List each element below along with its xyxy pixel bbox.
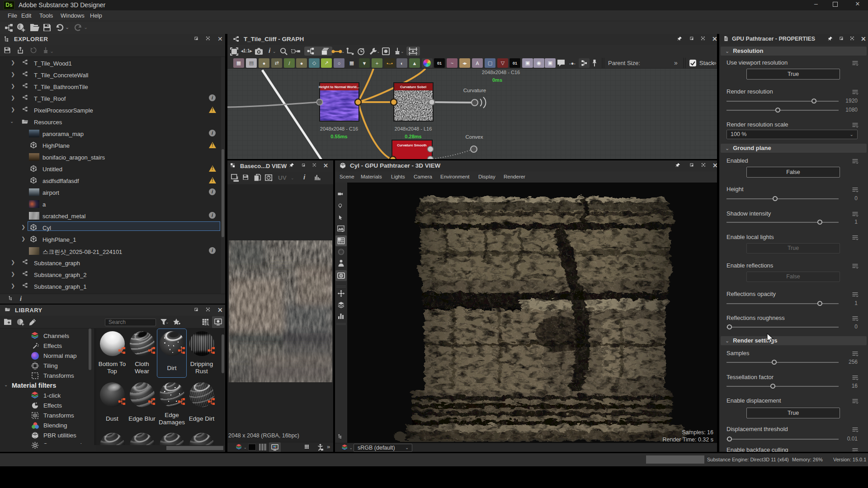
svg-text:Curvature Sobel: Curvature Sobel (400, 85, 426, 89)
svg-text:0ms: 0ms (492, 77, 502, 83)
svg-text:Convex: Convex (466, 134, 483, 140)
svg-text:Height to Normal World...: Height to Normal World... (319, 85, 359, 89)
svg-text:2048x2048 - C16: 2048x2048 - C16 (482, 70, 520, 75)
svg-text:2048x2048 - L16: 2048x2048 - L16 (395, 126, 432, 131)
svg-text:Curvature Smooth: Curvature Smooth (397, 143, 427, 147)
svg-text:2048x2048 - C16: 2048x2048 - C16 (320, 126, 358, 131)
svg-text:0.55ms: 0.55ms (330, 134, 347, 139)
svg-text:Curvature: Curvature (463, 88, 486, 93)
svg-text:0.28ms: 0.28ms (405, 134, 421, 139)
